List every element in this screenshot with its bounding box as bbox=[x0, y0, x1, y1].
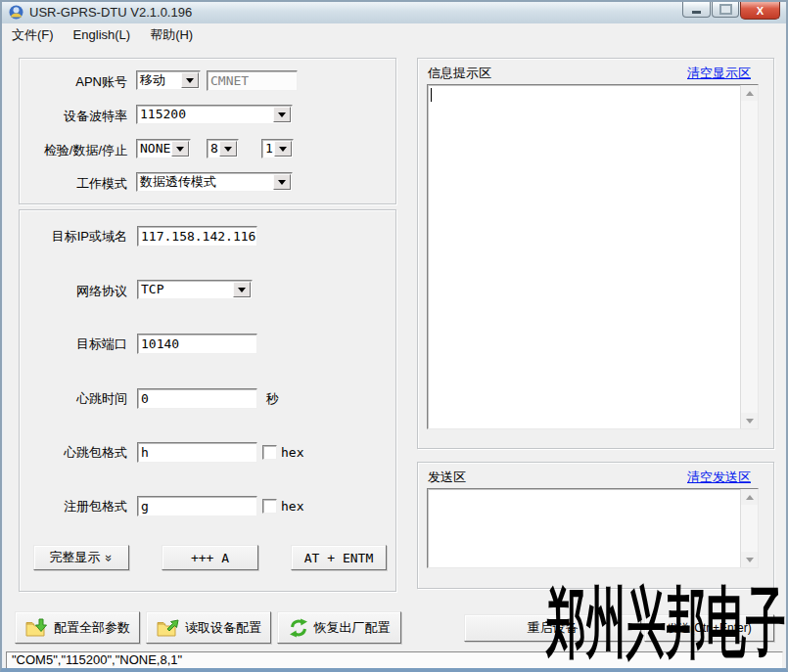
factory-reset-button[interactable]: 恢复出厂配置 bbox=[277, 611, 401, 644]
send-scrollbar[interactable] bbox=[740, 489, 758, 567]
clear-display-link[interactable]: 清空显示区 bbox=[687, 65, 751, 82]
menu-file[interactable]: 文件(F) bbox=[2, 23, 64, 46]
maximize-icon bbox=[719, 4, 732, 15]
baud-value: 115200 bbox=[137, 106, 272, 123]
clear-send-link[interactable]: 清空发送区 bbox=[687, 469, 751, 486]
apn-value-field bbox=[207, 70, 298, 91]
heartbeat-time-label: 心跳时间 bbox=[26, 390, 127, 408]
databits-select[interactable]: 8 bbox=[207, 139, 239, 158]
app-window: USR-GPRS-DTU V2.1.0.196 X 文件(F) English(… bbox=[0, 0, 788, 672]
target-port-field[interactable] bbox=[137, 334, 257, 354]
scroll-down-icon[interactable] bbox=[741, 413, 758, 428]
register-hex-label: hex bbox=[281, 499, 303, 514]
factory-reset-label: 恢复出厂配置 bbox=[314, 619, 391, 637]
double-chevron-down-icon: » bbox=[102, 554, 116, 560]
refresh-icon bbox=[289, 618, 308, 638]
menu-help[interactable]: 帮助(H) bbox=[140, 23, 203, 46]
title-bar[interactable]: USR-GPRS-DTU V2.1.0.196 X bbox=[2, 2, 786, 24]
minimize-icon bbox=[692, 11, 701, 14]
close-icon: X bbox=[757, 5, 764, 17]
text-caret bbox=[431, 88, 432, 102]
app-icon bbox=[9, 5, 23, 20]
register-packet-label: 注册包格式 bbox=[26, 498, 127, 515]
send-panel-title: 发送区 bbox=[428, 469, 466, 486]
apn-operator-select[interactable]: 移动 bbox=[136, 70, 201, 90]
heartbeat-time-field[interactable] bbox=[137, 388, 257, 409]
window-title: USR-GPRS-DTU V2.1.0.196 bbox=[29, 2, 192, 22]
watermark-text: 郑州兴邦电子 bbox=[546, 570, 786, 672]
info-panel-title: 信息提示区 bbox=[428, 65, 491, 82]
databits-value: 8 bbox=[208, 140, 218, 157]
heartbeat-hex-label: hex bbox=[281, 445, 303, 460]
info-display-area[interactable] bbox=[427, 84, 759, 429]
at-entm-button[interactable]: AT + ENTM bbox=[291, 545, 387, 570]
config-all-button[interactable]: 配置全部参数 bbox=[15, 611, 140, 644]
window-controls: X bbox=[681, 2, 780, 20]
heartbeat-packet-label: 心跳包格式 bbox=[26, 444, 127, 462]
full-display-button[interactable]: 完整显示 » bbox=[33, 545, 129, 570]
read-config-button[interactable]: 读取设备配置 bbox=[146, 611, 271, 644]
baud-label: 设备波特率 bbox=[26, 108, 127, 125]
chevron-down-icon[interactable] bbox=[273, 174, 291, 190]
send-input-area[interactable] bbox=[427, 488, 759, 568]
workmode-value: 数据透传模式 bbox=[137, 173, 272, 191]
scroll-down-icon[interactable] bbox=[741, 552, 758, 567]
stopbits-value: 1 bbox=[262, 140, 273, 157]
protocol-value: TCP bbox=[138, 281, 232, 298]
heartbeat-time-unit: 秒 bbox=[266, 390, 279, 408]
target-port-label: 目标端口 bbox=[26, 336, 127, 353]
protocol-label: 网络协议 bbox=[26, 283, 127, 300]
heartbeat-packet-field[interactable] bbox=[137, 442, 257, 463]
chevron-down-icon[interactable] bbox=[219, 141, 237, 157]
serial-label: 检验/数据/停止 bbox=[26, 142, 127, 159]
parity-value: NONE bbox=[137, 140, 170, 157]
folder-download-icon bbox=[24, 618, 48, 638]
menu-bar: 文件(F) English(L) 帮助(H) bbox=[2, 23, 786, 46]
close-button[interactable]: X bbox=[740, 2, 780, 20]
heartbeat-hex-checkbox[interactable] bbox=[262, 445, 277, 460]
read-config-label: 读取设备配置 bbox=[185, 619, 261, 637]
chevron-down-icon[interactable] bbox=[274, 141, 292, 157]
folder-export-icon bbox=[156, 618, 179, 638]
apn-label: APN账号 bbox=[26, 73, 127, 91]
protocol-select[interactable]: TCP bbox=[137, 280, 253, 299]
apn-operator-value: 移动 bbox=[137, 71, 180, 89]
chevron-down-icon[interactable] bbox=[273, 107, 291, 122]
chevron-down-icon[interactable] bbox=[181, 72, 199, 88]
target-ip-field[interactable] bbox=[137, 226, 257, 246]
scroll-up-icon[interactable] bbox=[741, 489, 758, 505]
info-scrollbar[interactable] bbox=[740, 85, 758, 428]
baud-select[interactable]: 115200 bbox=[136, 105, 293, 124]
maximize-button[interactable] bbox=[712, 2, 739, 18]
stopbits-select[interactable]: 1 bbox=[261, 139, 294, 158]
chevron-down-icon[interactable] bbox=[233, 282, 251, 297]
full-display-label: 完整显示 bbox=[49, 549, 100, 566]
target-ip-label: 目标IP或域名 bbox=[26, 228, 127, 246]
register-packet-field[interactable] bbox=[137, 496, 257, 516]
workmode-label: 工作模式 bbox=[26, 175, 127, 193]
menu-english[interactable]: English(L) bbox=[64, 23, 141, 46]
status-text: "COM5","115200","NONE,8,1" bbox=[12, 652, 182, 667]
scroll-up-icon[interactable] bbox=[741, 85, 758, 101]
minimize-button[interactable] bbox=[682, 2, 711, 18]
config-all-label: 配置全部参数 bbox=[54, 619, 130, 637]
chevron-down-icon[interactable] bbox=[171, 141, 189, 157]
register-hex-checkbox[interactable] bbox=[262, 499, 277, 514]
parity-select[interactable]: NONE bbox=[136, 139, 191, 158]
plus-a-button[interactable]: +++ A bbox=[162, 545, 258, 570]
workmode-select[interactable]: 数据透传模式 bbox=[136, 172, 293, 192]
